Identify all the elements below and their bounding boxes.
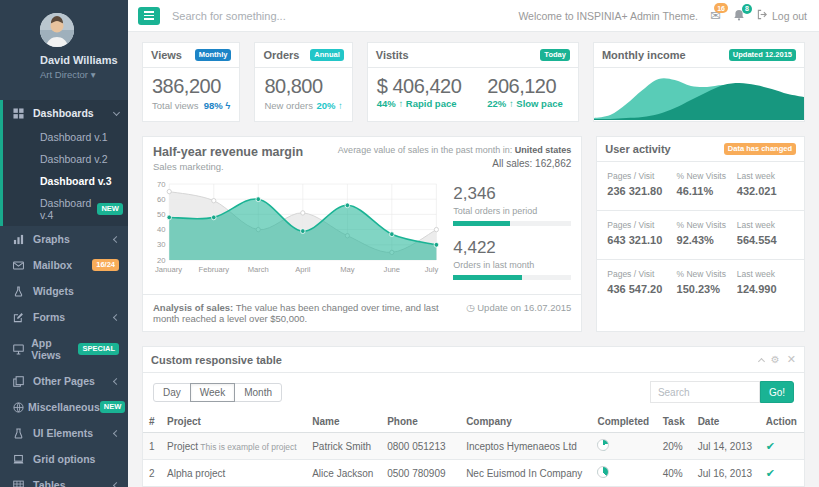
cell-completed [591, 460, 656, 487]
sidebar-subitem-dashboard-v-4[interactable]: Dashboard v.4NEW [3, 192, 128, 226]
column-header-task: Task [657, 411, 692, 433]
check-icon[interactable]: ✔ [766, 467, 775, 479]
check-icon[interactable]: ✔ [766, 440, 775, 452]
clock-icon: ◷ [466, 302, 474, 313]
subitem-label: Dashboard v.4 [40, 197, 91, 221]
menu-toggle-button[interactable] [138, 7, 160, 25]
column-header-phone: Phone [381, 411, 460, 433]
messages-button[interactable]: ✉ 16 [710, 8, 721, 23]
activity-value: 236 321.80 [607, 185, 676, 197]
activity-row: Pages / Visit643 321.10% New Visits92.43… [597, 211, 804, 260]
chevron-left-icon [113, 377, 120, 384]
top-navbar: Welcome to INSPINIA+ Admin Theme. ✉ 16 8… [128, 0, 819, 32]
cell-name: Patrick Smith [306, 433, 381, 460]
collapse-icon[interactable] [758, 357, 765, 364]
column-header-num: # [143, 411, 161, 433]
svg-text:60: 60 [157, 195, 166, 204]
user-role-dropdown[interactable]: Art Director ▾ [40, 69, 120, 80]
bar-chart-icon [13, 234, 29, 245]
cell-project: Project This is example of project [161, 433, 306, 460]
messages-count-badge: 16 [714, 3, 728, 13]
page-content: Views Monthly 386,200 Total views 98% ϟ … [128, 32, 819, 487]
sidebar-item-ui-elements[interactable]: UI Elements [0, 420, 128, 446]
logout-button[interactable]: Log out [757, 9, 807, 22]
new-badge: NEW [97, 203, 123, 215]
sign-out-icon [757, 9, 768, 22]
chevron-left-icon [113, 429, 120, 436]
logout-label: Log out [772, 10, 807, 22]
filter-button-week[interactable]: Week [190, 383, 235, 402]
activity-cell: % New Visits46.11% [677, 171, 737, 197]
column-header-project: Project [161, 411, 306, 433]
revenue-subtitle: Sales marketing. [153, 161, 303, 172]
cell-task: 40% [657, 460, 692, 487]
sidebar-item-label: Mailbox [33, 259, 72, 271]
filter-button-day[interactable]: Day [153, 383, 191, 402]
sidebar-subitem-dashboard-v-1[interactable]: Dashboard v.1 [3, 126, 128, 148]
activity-label: Last week [737, 269, 794, 279]
range-filter-group: DayWeekMonth [153, 383, 282, 402]
table-row: 1Project This is example of projectPatri… [143, 433, 804, 460]
panel-title: Vistits [376, 49, 409, 61]
files-icon [13, 376, 29, 387]
projects-table: #ProjectNamePhoneCompanyCompletedTaskDat… [143, 411, 804, 487]
sidebar-item-app-views[interactable]: App ViewsSPECIAL [0, 330, 128, 368]
svg-text:30: 30 [157, 240, 166, 249]
revenue-chart: 203040506070JanuaryFebruaryMarchAprilMay… [153, 178, 439, 292]
sidebar-item-grid-options[interactable]: Grid options [0, 446, 128, 472]
sidebar-item-label: Tables [33, 479, 65, 487]
sidebar-item-widgets[interactable]: Widgets [0, 278, 128, 304]
sidebar-item-miscellaneous[interactable]: MiscellaneousNEW [0, 394, 128, 420]
cell-company: Inceptos Hymenaeos Ltd [460, 433, 591, 460]
svg-text:June: June [384, 265, 401, 274]
revenue-panel: Half-year revenue margin Sales marketing… [142, 136, 582, 332]
chevron-left-icon [113, 481, 120, 487]
status-badge: Today [540, 49, 570, 61]
avatar-image [40, 13, 74, 47]
sidebar-item-dashboards[interactable]: Dashboards [3, 100, 128, 126]
sidebar-item-forms[interactable]: Forms [0, 304, 128, 330]
edit-icon [13, 312, 29, 323]
status-badge: Monthly [195, 49, 232, 61]
th-large-icon [13, 108, 29, 119]
sidebar-subitem-dashboard-v-2[interactable]: Dashboard v.2 [3, 148, 128, 170]
welcome-text: Welcome to INSPINIA+ Admin Theme. [518, 10, 698, 22]
activity-rows: Pages / Visit236 321.80% New Visits46.11… [597, 162, 804, 308]
table-header-row: #ProjectNamePhoneCompanyCompletedTaskDat… [143, 411, 804, 433]
activity-cell: Pages / Visit643 321.10 [607, 220, 676, 246]
revenue-header: Half-year revenue margin Sales marketing… [143, 137, 581, 174]
activity-value: 46.11% [677, 185, 737, 197]
sidebar-item-other-pages[interactable]: Other Pages [0, 368, 128, 394]
activity-value: 92.43% [677, 234, 737, 246]
search-input[interactable] [172, 10, 392, 22]
close-icon[interactable]: ✕ [787, 353, 796, 366]
sidebar-items: GraphsMailbox16/24WidgetsFormsApp ViewsS… [0, 226, 128, 487]
activity-label: % New Visits [677, 220, 737, 230]
sidebar-item-label: Forms [33, 311, 65, 323]
sidebar-subitem-dashboard-v-3[interactable]: Dashboard v.3 [3, 170, 128, 192]
go-button[interactable]: Go! [760, 381, 794, 403]
responsive-table-panel: Custom responsive table ⚙ ✕ DayWeekMonth… [142, 346, 805, 487]
visits-panel: Vistits Today $ 406,420 44% ↑ Rapid pace… [367, 42, 579, 122]
income-chart [594, 68, 804, 121]
activity-label: % New Visits [677, 171, 737, 181]
sidebar-item-tables[interactable]: Tables [0, 472, 128, 487]
sidebar-item-graphs[interactable]: Graphs [0, 226, 128, 252]
orders-metric: 20% ↑ [316, 100, 342, 111]
status-badge: Annual [310, 49, 343, 61]
visits-col-2: 206,120 22% ↑ Slow pace [487, 75, 563, 109]
sidebar-item-mailbox[interactable]: Mailbox16/24 [0, 252, 128, 278]
column-header-date: Date [692, 411, 760, 433]
cell-action: ✔ [760, 433, 804, 460]
panel-title: Orders [263, 49, 299, 61]
sidebar: David Williams Art Director ▾ Dashboards… [0, 0, 128, 487]
chevron-left-icon [113, 235, 120, 242]
activity-value: 432.021 [737, 185, 794, 197]
sidebar-badge: NEW [100, 401, 126, 413]
table-search-input[interactable] [650, 381, 760, 403]
alerts-button[interactable]: 8 [733, 9, 745, 23]
activity-value: 150.23% [677, 283, 737, 295]
filter-button-month[interactable]: Month [234, 383, 282, 402]
wrench-icon[interactable]: ⚙ [771, 354, 780, 365]
cell-task: 20% [657, 433, 692, 460]
